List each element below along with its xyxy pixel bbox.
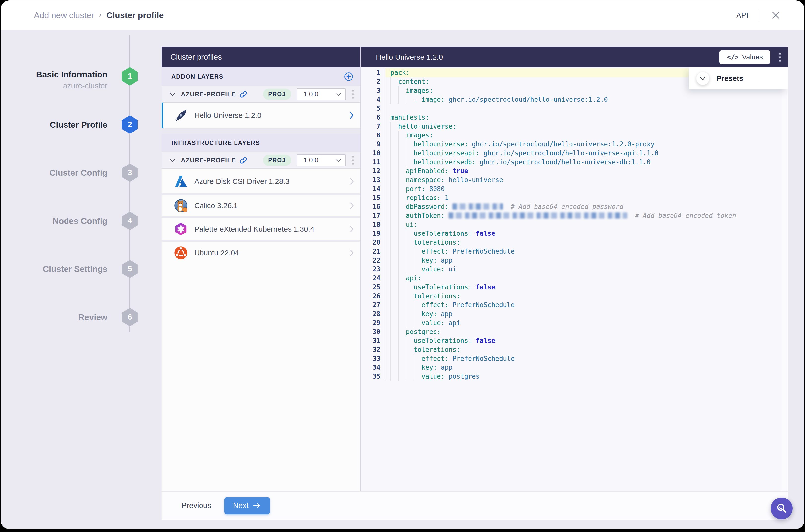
- step-label-review: Review: [11, 312, 108, 322]
- code-line: 18ui:: [361, 220, 781, 229]
- step-badge-4[interactable]: 4: [122, 212, 138, 230]
- profile-version-select[interactable]: 1.0.0: [296, 154, 346, 167]
- redacted-secret: [453, 204, 503, 210]
- code-line: 10hellouniverseapi: ghcr.io/spectrocloud…: [361, 149, 781, 157]
- infra-azure-profile-row[interactable]: AZURE-PROFILE PROJ 1.0.0: [161, 152, 360, 169]
- profile-version-select[interactable]: 1.0.0: [296, 88, 346, 100]
- addon-layers-title: ADDON LAYERS: [171, 73, 223, 80]
- code-line: 20tolerations:: [361, 238, 781, 247]
- chevron-right-icon[interactable]: [349, 112, 354, 119]
- code-line: 25useTolerations: false: [361, 283, 781, 291]
- step-badge-5[interactable]: 5: [122, 260, 138, 278]
- help-search-button[interactable]: [771, 497, 792, 519]
- addon-azure-profile-row[interactable]: AZURE-PROFILE PROJ 1.0.0: [161, 86, 360, 103]
- breadcrumb: Add new cluster › Cluster profile: [34, 11, 164, 20]
- add-layer-icon[interactable]: [344, 72, 353, 81]
- infra-layer-row-calico[interactable]: Calico 3.26.1: [161, 195, 360, 216]
- values-button[interactable]: </> Values: [720, 50, 770, 64]
- previous-button[interactable]: Previous: [181, 501, 211, 510]
- link-icon[interactable]: [240, 156, 247, 164]
- pack-title: Hello Universe 1.2.0: [376, 53, 443, 61]
- code-line: 24api:: [361, 274, 781, 283]
- code-line: 29value: api: [361, 318, 781, 327]
- api-button[interactable]: API: [736, 11, 749, 19]
- arrow-right-icon: [253, 503, 261, 509]
- chevron-down-icon: [336, 158, 341, 162]
- close-icon[interactable]: [771, 11, 781, 20]
- code-line: 30postgres:: [361, 327, 781, 336]
- infra-layer-row-azure[interactable]: Azure Disk CSI Driver 1.28.3: [161, 170, 360, 193]
- chevron-down-icon[interactable]: [170, 158, 175, 162]
- profile-menu-icon[interactable]: [350, 88, 356, 100]
- code-icon: </>: [727, 53, 739, 61]
- breadcrumb-cluster-profile: Cluster profile: [107, 11, 164, 20]
- step-label-cluster-settings: Cluster Settings: [11, 264, 108, 274]
- step-label-cluster-config: Cluster Config: [11, 168, 108, 178]
- step-badge-1[interactable]: 1: [122, 67, 138, 86]
- presets-collapse-button[interactable]: [696, 72, 709, 85]
- pack-values-panel: Hello Universe 1.2.0 </> Values 1pack:2c…: [361, 46, 788, 491]
- azure-logo-icon: [174, 174, 188, 188]
- ubuntu-logo-icon: [174, 246, 188, 260]
- code-line: 8images:: [361, 131, 781, 140]
- pack-menu-icon[interactable]: [777, 51, 783, 63]
- presets-panel: Presets: [689, 68, 788, 89]
- step-badge-6[interactable]: 6: [122, 308, 138, 326]
- hello-universe-layer-row[interactable]: Hello Universe 1.2.0: [161, 103, 360, 128]
- code-line: 13namespace: hello-universe: [361, 175, 781, 184]
- addon-layers-bar: ADDON LAYERS: [161, 68, 360, 86]
- profile-version-value: 1.0.0: [304, 90, 319, 98]
- profile-name: AZURE-PROFILE: [181, 156, 236, 164]
- code-line: 28key: app: [361, 309, 781, 318]
- chevron-right-icon: [350, 178, 354, 185]
- code-line: 31useTolerations: false: [361, 336, 781, 345]
- infra-layer-label: Calico 3.26.1: [194, 202, 238, 210]
- code-line: 19useTolerations: false: [361, 229, 781, 238]
- step-badge-2[interactable]: 2: [122, 115, 138, 134]
- section-gap: [161, 128, 360, 134]
- chevron-down-icon[interactable]: [170, 92, 175, 96]
- infrastructure-layers-title: INFRASTRUCTURE LAYERS: [171, 139, 260, 146]
- code-line: 9hellouniverse: ghcr.io/spectrocloud/hel…: [361, 140, 781, 149]
- hello-universe-label: Hello Universe 1.2.0: [194, 111, 261, 120]
- infra-layer-label: Azure Disk CSI Driver 1.28.3: [194, 177, 289, 186]
- code-line: 12apiEnabled: true: [361, 167, 781, 175]
- code-line: 23value: ui: [361, 265, 781, 274]
- code-line: 32tolerations:: [361, 345, 781, 354]
- code-line: 14port: 8080: [361, 184, 781, 193]
- next-button[interactable]: Next: [224, 497, 270, 514]
- code-line: 22key: app: [361, 256, 781, 265]
- hello-universe-rocket-icon: [174, 109, 188, 122]
- chevron-right-icon: [350, 226, 354, 232]
- code-line: 4- image: ghcr.io/spectrocloud/hello-uni…: [361, 95, 781, 104]
- profile-menu-icon[interactable]: [350, 154, 356, 166]
- code-line: 15replicas: 1: [361, 193, 781, 202]
- infra-layer-row-pxk[interactable]: Palette eXtended Kubernetes 1.30.4: [161, 218, 360, 240]
- breadcrumb-separator-icon: ›: [99, 11, 101, 19]
- scope-badge: PROJ: [263, 89, 291, 100]
- pack-header-bar: Hello Universe 1.2.0 </> Values: [361, 46, 788, 68]
- values-button-label: Values: [742, 53, 763, 61]
- code-line: 27effect: PreferNoSchedule: [361, 301, 781, 309]
- infra-layer-label: Palette eXtended Kubernetes 1.30.4: [194, 225, 314, 233]
- step-label-cluster-profile: Cluster Profile: [11, 120, 108, 130]
- editor-scrollbar[interactable]: [781, 68, 788, 491]
- code-line: 35value: postgres: [361, 372, 781, 381]
- link-icon[interactable]: [240, 91, 247, 98]
- next-button-label: Next: [233, 501, 249, 510]
- yaml-editor[interactable]: 1pack:2content:3images:4- image: ghcr.io…: [361, 68, 781, 491]
- code-line: 17authToken: # Add base64 encoded token: [361, 211, 781, 220]
- breadcrumb-add-new-cluster[interactable]: Add new cluster: [34, 11, 94, 20]
- code-line: 26tolerations:: [361, 291, 781, 301]
- redacted-secret: [449, 212, 627, 218]
- app-window: Add new cluster › Cluster profile API Ba…: [1, 0, 804, 529]
- presets-label: Presets: [716, 74, 743, 83]
- profile-version-value: 1.0.0: [304, 156, 319, 164]
- code-line: 5: [361, 104, 781, 113]
- chevron-down-icon: [336, 93, 341, 96]
- step-badge-3[interactable]: 3: [122, 164, 138, 182]
- infra-layer-row-ubuntu[interactable]: Ubuntu 22.04: [161, 242, 360, 264]
- infrastructure-layers-bar: INFRASTRUCTURE LAYERS: [161, 134, 360, 152]
- calico-logo-icon: [174, 199, 188, 213]
- step-label-basic-information: Basic Informationazure-cluster: [11, 70, 108, 90]
